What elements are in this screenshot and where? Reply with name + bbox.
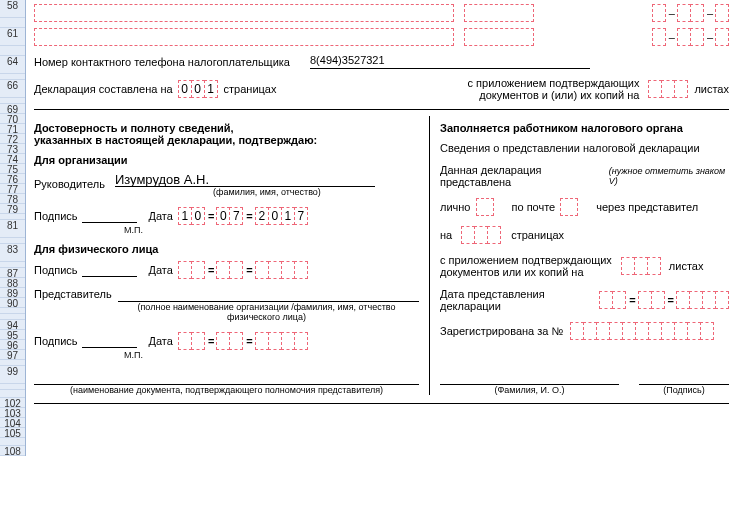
rsign-field[interactable] [639,370,729,385]
reg-10[interactable] [687,322,701,340]
accuracy-heading-2: указанных в настоящей декларации, подтве… [34,134,419,146]
pages-suffix: страницах [224,83,277,95]
y3-2[interactable] [268,332,282,350]
doc-field[interactable] [34,370,419,385]
sign-field-1[interactable] [82,208,137,223]
rp-1[interactable] [461,226,475,244]
ra-3[interactable] [647,257,661,275]
attach1-c1[interactable] [648,80,662,98]
divider-top [34,109,729,110]
rattach-suffix: листах [669,260,704,272]
pred-label: Представитель [34,288,112,300]
y1-1[interactable]: 2 [255,207,269,225]
sign-field-2[interactable] [82,262,137,277]
rm-2[interactable] [651,291,665,309]
d3-2[interactable] [191,332,205,350]
m3-2[interactable] [229,332,243,350]
y1-2[interactable]: 0 [268,207,282,225]
mp-1: М.П. [124,225,419,235]
y2-2[interactable] [268,261,282,279]
reg-1[interactable] [570,322,584,340]
cell-61-2[interactable] [677,28,691,46]
attach1-line2: документов и (или) их копий на [468,89,640,101]
d2-1[interactable] [178,261,192,279]
ry-2[interactable] [689,291,703,309]
phone-label: Номер контактного телефона налогоплатель… [34,56,290,68]
y1-4[interactable]: 7 [294,207,308,225]
field-58-main[interactable] [34,4,454,22]
reg-11[interactable] [700,322,714,340]
pred-field[interactable] [118,287,419,302]
m2-2[interactable] [229,261,243,279]
inperson-check[interactable] [476,198,494,216]
divider-bottom [34,403,729,404]
y2-4[interactable] [294,261,308,279]
reg-5[interactable] [622,322,636,340]
cell-61-4[interactable] [715,28,729,46]
m3-1[interactable] [216,332,230,350]
field-58-b[interactable] [464,4,534,22]
rfio-hint: (Фамилия, И. О.) [440,385,619,395]
reg-7[interactable] [648,322,662,340]
y2-1[interactable] [255,261,269,279]
rp-3[interactable] [487,226,501,244]
rd-2[interactable] [612,291,626,309]
rdate-label2: декларации [440,300,545,312]
reg-2[interactable] [583,322,597,340]
y1-3[interactable]: 1 [281,207,295,225]
ry-3[interactable] [702,291,716,309]
pages-d2[interactable]: 0 [191,80,205,98]
cell-61-1[interactable] [652,28,666,46]
d3-1[interactable] [178,332,192,350]
pages-d1[interactable]: 0 [178,80,192,98]
ruk-name[interactable]: Изумрудов А.Н. [115,172,375,187]
sign-field-3[interactable] [82,333,137,348]
accuracy-heading-1: Достоверность и полноту сведений, [34,122,419,134]
m2-1[interactable] [216,261,230,279]
field-61-b[interactable] [464,28,534,46]
rp-2[interactable] [474,226,488,244]
mp-2: М.П. [124,350,419,360]
d2-2[interactable] [191,261,205,279]
m1-2[interactable]: 7 [229,207,243,225]
rd-1[interactable] [599,291,613,309]
ra-2[interactable] [634,257,648,275]
on-label: на [440,229,452,241]
pages-d3[interactable]: 1 [204,80,218,98]
cell-58-4[interactable] [715,4,729,22]
attach1-c3[interactable] [674,80,688,98]
cell-61-3[interactable] [690,28,704,46]
y3-3[interactable] [281,332,295,350]
m1-1[interactable]: 0 [216,207,230,225]
d1-1[interactable]: 1 [178,207,192,225]
y3-4[interactable] [294,332,308,350]
cell-58-1[interactable] [652,4,666,22]
attach1-line1: с приложением подтверждающих [468,77,640,89]
rm-1[interactable] [638,291,652,309]
date-label-3: Дата [149,335,173,347]
reg-4[interactable] [609,322,623,340]
attach1-c2[interactable] [661,80,675,98]
y3-1[interactable] [255,332,269,350]
reg-9[interactable] [674,322,688,340]
ry-4[interactable] [715,291,729,309]
bymail-check[interactable] [560,198,578,216]
pages-label: страницах [511,229,564,241]
right-heading: Заполняется работником налогового органа [440,122,729,134]
d1-2[interactable]: 0 [191,207,205,225]
ry-1[interactable] [676,291,690,309]
phone-value[interactable]: 8(494)3527321 [310,54,590,69]
reg-6[interactable] [635,322,649,340]
cell-58-2[interactable] [677,4,691,22]
ra-1[interactable] [621,257,635,275]
org-heading: Для организации [34,154,419,166]
reg-8[interactable] [661,322,675,340]
byrep-label: через представител [596,201,698,213]
date-label-1: Дата [149,210,173,222]
reg-3[interactable] [596,322,610,340]
rfio-field[interactable] [440,370,619,385]
y2-3[interactable] [281,261,295,279]
reg-label: Зарегистрирована за № [440,325,563,337]
field-61-main[interactable] [34,28,454,46]
cell-58-3[interactable] [690,4,704,22]
